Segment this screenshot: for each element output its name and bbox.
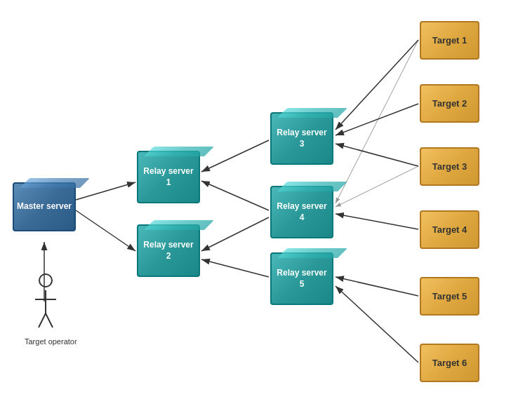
svg-line-8 xyxy=(336,40,418,130)
svg-line-15 xyxy=(336,166,418,207)
master-server-box: Master server xyxy=(13,182,76,231)
target-6-box: Target 6 xyxy=(420,344,479,382)
relay-server-3-label: Relay server3 xyxy=(277,128,326,149)
svg-line-19 xyxy=(46,313,53,327)
svg-line-11 xyxy=(336,214,418,229)
relay-server-4-box: Relay server4 xyxy=(270,186,333,238)
svg-line-5 xyxy=(201,181,269,210)
svg-line-7 xyxy=(201,259,269,277)
svg-line-3 xyxy=(76,210,135,251)
target-1-box: Target 1 xyxy=(420,21,479,60)
svg-line-13 xyxy=(336,286,418,363)
svg-line-4 xyxy=(201,140,269,172)
relay-server-3-box: Relay server3 xyxy=(270,112,333,165)
target-4-box: Target 4 xyxy=(420,210,479,249)
relay-server-2-box: Relay server2 xyxy=(137,224,200,277)
target-6-label: Target 6 xyxy=(432,358,467,368)
target-5-label: Target 5 xyxy=(432,291,467,302)
target-1-label: Target 1 xyxy=(432,35,467,46)
svg-line-12 xyxy=(336,277,418,296)
target-5-box: Target 5 xyxy=(420,277,479,316)
relay-server-5-label: Relay server5 xyxy=(277,268,326,290)
master-server-label: Master server xyxy=(17,201,72,212)
target-2-box: Target 2 xyxy=(420,84,479,123)
relay-server-4-label: Relay server4 xyxy=(277,201,326,223)
svg-line-10 xyxy=(336,144,418,166)
relay-server-2-label: Relay server2 xyxy=(143,240,193,262)
target-operator: Target operator xyxy=(25,273,67,346)
svg-line-2 xyxy=(76,182,135,200)
operator-figure xyxy=(28,289,63,331)
diagram-canvas: Master server Relay server1 Relay server… xyxy=(0,0,511,420)
operator-label: Target operator xyxy=(25,337,67,346)
target-3-label: Target 3 xyxy=(432,161,467,172)
svg-line-18 xyxy=(39,313,46,327)
relay-server-5-box: Relay server5 xyxy=(270,252,333,305)
target-3-box: Target 3 xyxy=(420,147,479,186)
target-2-label: Target 2 xyxy=(432,98,467,109)
relay-server-1-label: Relay server1 xyxy=(143,166,193,188)
svg-line-9 xyxy=(336,104,418,135)
svg-line-14 xyxy=(336,40,418,203)
relay-server-1-box: Relay server1 xyxy=(137,151,200,203)
operator-head xyxy=(39,273,53,287)
target-4-label: Target 4 xyxy=(432,224,467,235)
